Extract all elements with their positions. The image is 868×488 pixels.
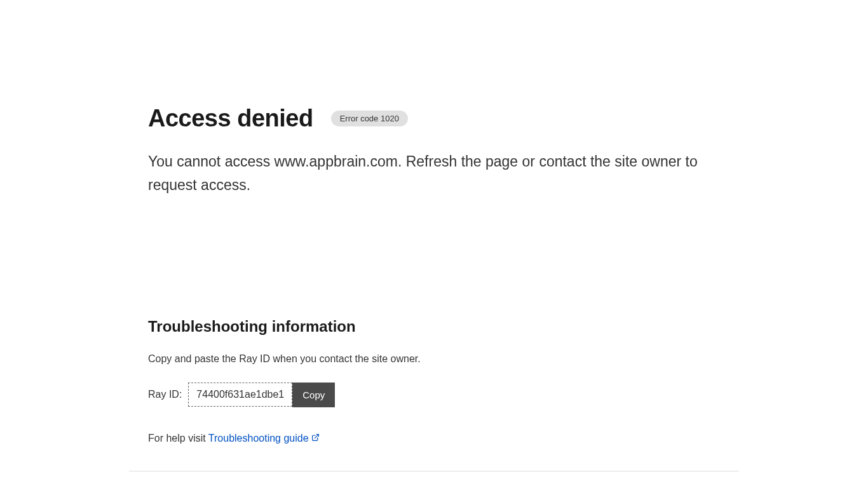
svg-line-0 [315,434,318,438]
troubleshooting-heading: Troubleshooting information [148,318,720,336]
ray-id-value: 74400f631ae1dbe1 [188,383,292,407]
help-prefix: For help visit [148,433,208,444]
title-row: Access denied Error code 1020 [148,105,720,132]
troubleshooting-guide-label: Troubleshooting guide [208,433,309,444]
footer: Was this page helpful? Yes No Performanc… [129,471,739,488]
troubleshooting-guide-link[interactable]: Troubleshooting guide [208,433,320,444]
page-title: Access denied [148,105,313,132]
error-description: You cannot access www.appbrain.com. Refr… [148,150,720,197]
error-code-badge: Error code 1020 [331,111,408,126]
ray-id-row: Ray ID: 74400f631ae1dbe1 Copy [148,383,720,407]
copy-button[interactable]: Copy [292,383,335,407]
external-link-icon [311,433,320,444]
help-row: For help visit Troubleshooting guide [148,433,720,444]
troubleshooting-section: Troubleshooting information Copy and pas… [148,318,720,444]
ray-id-label: Ray ID: [148,389,182,400]
main-content: Access denied Error code 1020 You cannot… [129,0,739,444]
troubleshooting-instruction: Copy and paste the Ray ID when you conta… [148,353,720,365]
